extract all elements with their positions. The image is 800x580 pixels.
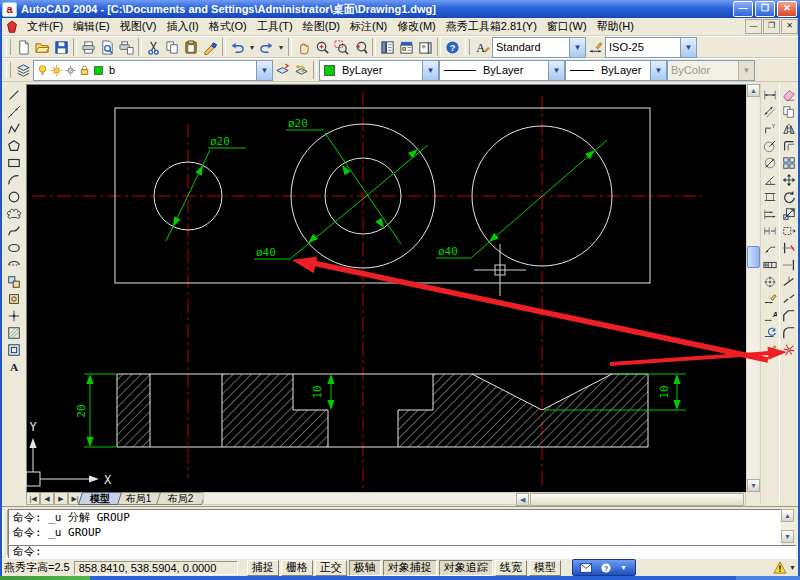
quick-leader-button[interactable] — [761, 239, 779, 256]
hatch-button[interactable] — [5, 324, 23, 341]
close-button[interactable]: ✕ — [777, 1, 797, 17]
tab-layout2[interactable]: 布局2 — [155, 492, 205, 505]
rectangle-button[interactable] — [5, 154, 23, 171]
menu-item-6[interactable]: 绘图(D) — [298, 18, 345, 35]
menu-item-11[interactable]: 帮助(H) — [592, 18, 639, 35]
communication-center[interactable]: ? ▼ — [572, 559, 636, 576]
polygon-button[interactable] — [5, 137, 23, 154]
tab-nav-button[interactable]: |◀ — [26, 492, 40, 505]
copy-clip-button[interactable] — [163, 38, 182, 57]
doc-minimize-button[interactable]: — — [745, 19, 762, 34]
offset-button[interactable] — [780, 137, 798, 154]
aligned-dimension-button[interactable] — [761, 103, 779, 120]
rotate-button[interactable] — [780, 188, 798, 205]
circle-button[interactable] — [5, 188, 23, 205]
break-at-point-button[interactable] — [780, 273, 798, 290]
trim-button[interactable] — [780, 239, 798, 256]
radius-dimension-button[interactable] — [761, 137, 779, 154]
extend-button[interactable] — [780, 256, 798, 273]
break-button[interactable] — [780, 290, 798, 307]
polyline-button[interactable] — [5, 120, 23, 137]
status-toggle-ortho[interactable]: 正交 — [315, 560, 347, 576]
ordinate-dimension-button[interactable]: Y — [761, 120, 779, 137]
vertical-scrollbar[interactable]: ▲ ▼ — [746, 84, 759, 492]
save-file-button[interactable] — [52, 38, 71, 57]
menu-item-1[interactable]: 编辑(E) — [68, 18, 115, 35]
menu-item-8[interactable]: 修改(M) — [392, 18, 441, 35]
horizontal-scroll-thumb[interactable] — [530, 493, 744, 506]
menu-item-10[interactable]: 窗口(W) — [542, 18, 592, 35]
scroll-left-button[interactable]: ◀ — [516, 493, 529, 506]
command-scrollbar[interactable]: ▲ ▼ — [781, 509, 795, 543]
dim-style-button[interactable] — [761, 341, 779, 358]
properties-button[interactable] — [378, 38, 397, 57]
zoom-window-button[interactable] — [332, 38, 351, 57]
menu-item-2[interactable]: 视图(V) — [115, 18, 162, 35]
print-preview-button[interactable] — [98, 38, 117, 57]
point-button[interactable] — [5, 307, 23, 324]
multiline-text-button[interactable]: A — [5, 358, 23, 375]
help-button[interactable]: ? — [443, 38, 462, 57]
undo-button[interactable] — [228, 38, 247, 57]
status-toggle-model[interactable]: 模型 — [529, 560, 561, 576]
menu-item-4[interactable]: 格式(O) — [204, 18, 252, 35]
construction-line-button[interactable] — [5, 103, 23, 120]
open-file-button[interactable] — [33, 38, 52, 57]
color-combo[interactable]: ByLayer ▼ — [319, 60, 439, 81]
horizontal-scrollbar[interactable]: ◀ — [203, 492, 746, 505]
toolbar-grip[interactable] — [6, 62, 11, 78]
vertical-scroll-thumb[interactable] — [747, 246, 760, 268]
menu-item-9[interactable]: 燕秀工具箱2.81(Y) — [441, 18, 542, 35]
mirror-button[interactable] — [780, 120, 798, 137]
flyout-caret-button[interactable]: ▾ — [276, 38, 286, 57]
toolbar-grip[interactable] — [6, 39, 11, 55]
chevron-down-icon[interactable]: ▼ — [789, 564, 796, 571]
design-center-button[interactable] — [397, 38, 416, 57]
linetype-combo[interactable]: ByLayer ▼ — [439, 60, 565, 81]
ellipse-button[interactable] — [5, 239, 23, 256]
tolerance-button[interactable] — [761, 256, 779, 273]
toolbar-grip[interactable] — [465, 39, 470, 55]
continue-dimension-button[interactable] — [761, 222, 779, 239]
command-input[interactable]: 命令: — [8, 545, 796, 558]
scale-button[interactable] — [780, 205, 798, 222]
redo-button[interactable] — [257, 38, 276, 57]
make-objects-layer-button[interactable] — [273, 61, 292, 80]
line-button[interactable] — [5, 86, 23, 103]
fillet-button[interactable] — [780, 324, 798, 341]
publish-button[interactable] — [117, 38, 136, 57]
status-tray[interactable]: ▼ — [773, 561, 796, 574]
erase-button[interactable] — [780, 86, 798, 103]
pan-realtime-button[interactable] — [294, 38, 313, 57]
paste-button[interactable] — [182, 38, 201, 57]
baseline-dimension-button[interactable] — [761, 205, 779, 222]
dimension-update-button[interactable] — [761, 324, 779, 341]
flyout-caret-button[interactable]: ▾ — [247, 38, 257, 57]
status-toggle-grid[interactable]: 栅格 — [281, 560, 313, 576]
tab-model[interactable]: 模型 — [78, 492, 122, 505]
spline-button[interactable] — [5, 222, 23, 239]
scroll-up-button[interactable]: ▲ — [781, 509, 794, 522]
status-toggle-osnap[interactable]: 对象捕捉 — [383, 560, 437, 576]
dim-style-button[interactable] — [586, 38, 605, 57]
region-button[interactable] — [5, 341, 23, 358]
chevron-down-icon[interactable]: ▼ — [620, 564, 627, 571]
restore-button[interactable]: ❐ — [755, 1, 775, 17]
status-toggle-snap[interactable]: 捕捉 — [247, 560, 279, 576]
dimension-text-edit-button[interactable]: A — [761, 307, 779, 324]
linear-dimension-button[interactable] — [761, 86, 779, 103]
explode-button[interactable] — [780, 341, 798, 358]
new-file-button[interactable] — [14, 38, 33, 57]
chevron-down-icon[interactable]: ▼ — [548, 61, 564, 80]
tool-palettes-button[interactable] — [416, 38, 435, 57]
zoom-realtime-button[interactable] — [313, 38, 332, 57]
coordinate-readout[interactable]: 858.8410, 538.5904, 0.0000 — [74, 561, 238, 575]
layer-previous-button[interactable] — [292, 61, 311, 80]
angular-dimension-button[interactable] — [761, 171, 779, 188]
quick-dimension-button[interactable] — [761, 188, 779, 205]
chevron-down-icon[interactable]: ▼ — [256, 61, 272, 80]
command-history[interactable]: 命令: _u 分解 GROUP命令: _u GROUP — [8, 509, 782, 545]
text-style-button[interactable]: A — [473, 38, 492, 57]
array-button[interactable] — [780, 154, 798, 171]
layer-manager-button[interactable] — [14, 61, 33, 80]
